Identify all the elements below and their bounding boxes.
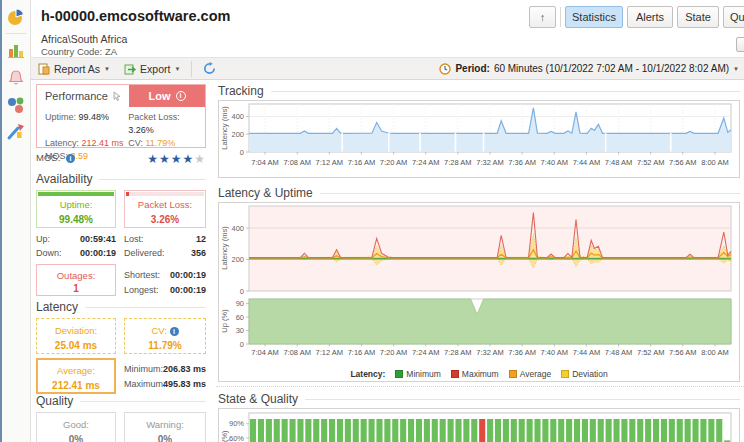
- nav-sidebar: [0, 0, 31, 442]
- collapse-up-button[interactable]: ↑: [529, 6, 556, 28]
- svg-text:200: 200: [231, 130, 244, 139]
- svg-text:7:48 AM: 7:48 AM: [605, 348, 633, 357]
- quality-section-title: Quality: [36, 394, 206, 408]
- svg-text:200: 200: [231, 255, 244, 264]
- svg-text:400: 400: [231, 112, 244, 121]
- toolbar-separator: [191, 61, 192, 77]
- svg-text:7:40 AM: 7:40 AM: [541, 158, 569, 167]
- host-title: h-00000.emcosoftware.com: [41, 8, 230, 24]
- svg-text:7:20 AM: 7:20 AM: [380, 348, 408, 357]
- period-label: Period:: [455, 63, 489, 74]
- host-country-code: Country Code: ZA: [41, 46, 117, 57]
- svg-text:7:40 AM: 7:40 AM: [541, 348, 569, 357]
- svg-text:8:00 AM: 8:00 AM: [701, 158, 729, 167]
- svg-text:7:08 AM: 7:08 AM: [283, 348, 311, 357]
- reports-icon[interactable]: [6, 122, 26, 142]
- latency-section-title: Latency: [36, 300, 206, 314]
- app-window: { "window": { "title": "h-00000.emcosoft…: [0, 0, 744, 442]
- latency-uptime-chart[interactable]: 0200400Latency (ms)0306090Up (%)7:04 AM7…: [219, 203, 739, 361]
- tab-alerts[interactable]: Alerts: [627, 6, 673, 28]
- info-icon: i: [170, 327, 179, 336]
- svg-text:7:12 AM: 7:12 AM: [316, 158, 344, 167]
- tracking-section-title: Tracking: [218, 84, 740, 98]
- report-icon: [38, 63, 50, 75]
- header-separator: [560, 7, 561, 27]
- caret-down-icon: ▼: [104, 66, 110, 72]
- maximum-latency: Maximum:495.83 ms: [124, 379, 206, 389]
- svg-text:7:52 AM: 7:52 AM: [637, 158, 665, 167]
- performance-status-label: Low: [149, 90, 171, 102]
- report-as-label: Report As: [54, 63, 100, 75]
- header: h-00000.emcosoftware.com ↑ Statistics Al…: [31, 0, 744, 32]
- state-quality-section-title: State & Quality: [218, 392, 740, 406]
- svg-text:7:24 AM: 7:24 AM: [412, 348, 440, 357]
- down-duration: Down:00:00:19: [36, 248, 116, 258]
- caret-down-icon: ▼: [174, 66, 180, 72]
- lost-count: Lost:12: [124, 234, 206, 244]
- refresh-button[interactable]: [196, 59, 223, 78]
- svg-text:7:32 AM: 7:32 AM: [476, 348, 504, 357]
- svg-text:7:04 AM: 7:04 AM: [251, 348, 279, 357]
- mos-stars: ★★★★★: [147, 152, 206, 166]
- state-quality-chart[interactable]: 90%60%Quality (%): [219, 409, 739, 442]
- deviation-box: Deviation: 25.04 ms: [36, 318, 116, 354]
- chart-legend: Latency: MinimumMaximumAverageDeviation: [219, 365, 739, 383]
- warning-box: Warning: 0%: [124, 412, 206, 442]
- svg-text:7:08 AM: 7:08 AM: [283, 158, 311, 167]
- bell-icon[interactable]: [6, 68, 26, 88]
- tracking-chart[interactable]: 02004007:04 AM7:08 AM7:12 AM7:16 AM7:20 …: [219, 101, 739, 177]
- report-as-button[interactable]: Report As ▼: [31, 59, 117, 78]
- svg-text:7:44 AM: 7:44 AM: [573, 158, 601, 167]
- uptime-box: Uptime: 99.48%: [36, 190, 116, 228]
- tab-statistics[interactable]: Statistics: [565, 6, 623, 28]
- svg-text:0: 0: [240, 148, 244, 157]
- mos-label: MOS:: [36, 152, 60, 163]
- svg-text:7:04 AM: 7:04 AM: [251, 158, 279, 167]
- packet-loss-box: Packet Loss: 3.26%: [124, 190, 206, 228]
- panel-options-icon[interactable]: [736, 37, 744, 52]
- perf-packet-loss: Packet Loss: 3.26%: [128, 111, 205, 137]
- svg-text:0: 0: [240, 287, 244, 296]
- clock-icon: [439, 63, 451, 75]
- latency-uptime-chart-box: 0200400Latency (ms)0306090Up (%)7:04 AM7…: [218, 202, 740, 382]
- legend-title: Latency:: [350, 369, 385, 379]
- svg-text:60: 60: [236, 313, 244, 322]
- svg-text:7:28 AM: 7:28 AM: [444, 348, 472, 357]
- svg-text:90: 90: [236, 299, 244, 308]
- tab-quality[interactable]: Quality: [723, 6, 744, 28]
- section-divider: [216, 386, 744, 387]
- svg-text:7:56 AM: 7:56 AM: [669, 348, 697, 357]
- up-duration: Up:00:59:41: [36, 234, 116, 244]
- latency-uptime-section-title: Latency & Uptime: [218, 186, 740, 200]
- performance-title: Performance: [45, 90, 108, 102]
- svg-text:7:44 AM: 7:44 AM: [573, 348, 601, 357]
- mos-row: MOS: i ★★★★★: [36, 152, 206, 168]
- info-icon: i: [176, 91, 186, 101]
- tab-state[interactable]: State: [677, 6, 719, 28]
- legend-item: Deviation: [561, 369, 607, 379]
- period-selector[interactable]: Period: 60 Minutes (10/1/2022 7:02 AM - …: [439, 63, 744, 75]
- period-value: 60 Minutes (10/1/2022 7:02 AM - 10/1/202…: [494, 63, 729, 74]
- legend-item: Average: [509, 369, 552, 379]
- uptime-progress: [38, 192, 114, 196]
- performance-status-badge[interactable]: Low i: [129, 85, 205, 107]
- good-box: Good: 0%: [36, 412, 116, 442]
- export-button[interactable]: Export ▼: [117, 59, 187, 78]
- cursor-icon: [112, 91, 122, 101]
- status-circles-icon[interactable]: [6, 95, 26, 115]
- pie-chart-icon[interactable]: [6, 7, 26, 27]
- perf-uptime: Uptime: 99.48%: [45, 111, 128, 137]
- bar-chart-icon[interactable]: [6, 41, 26, 61]
- svg-text:Latency (ms): Latency (ms): [220, 106, 229, 150]
- state-quality-chart-box: 90%60%Quality (%): [218, 408, 740, 442]
- svg-text:0: 0: [240, 340, 244, 349]
- svg-text:7:12 AM: 7:12 AM: [316, 348, 344, 357]
- svg-text:400: 400: [231, 224, 244, 233]
- legend-item: Minimum: [395, 369, 440, 379]
- legend-item: Maximum: [451, 369, 499, 379]
- svg-text:7:28 AM: 7:28 AM: [444, 158, 472, 167]
- svg-text:Latency (ms): Latency (ms): [220, 226, 229, 270]
- shortest-outage: Shortest:00:00:19: [124, 270, 206, 280]
- packet-loss-progress: [126, 192, 129, 196]
- cv-box: CV: i 11.79%: [124, 318, 206, 354]
